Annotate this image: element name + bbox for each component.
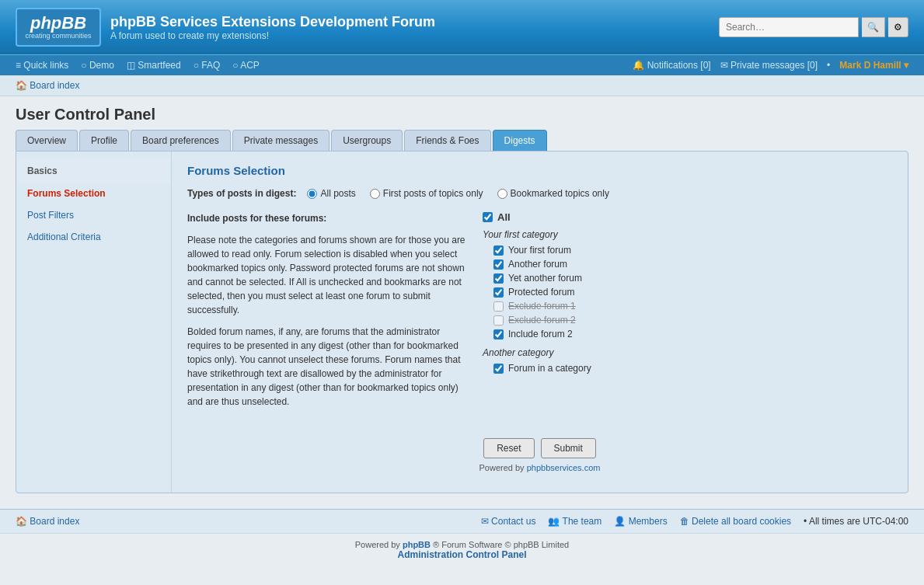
site-title: phpBB Services Extensions Development Fo… [110,14,435,41]
nav-quicklinks[interactable]: ≡ Quick links [16,60,68,71]
checkbox-exclude-forum-1[interactable] [493,301,504,312]
description-p2: Bolded forum names, if any, are forums t… [187,325,467,409]
footer-links: ✉ Contact us 👥 The team 👤 Members 🗑 Dele… [481,516,908,527]
footer-contact-us[interactable]: ✉ Contact us [481,516,536,527]
radio-bookmarked-input[interactable] [497,189,507,199]
footer-nav: 🏠 Board index ✉ Contact us 👥 The team 👤 … [0,509,924,533]
forum-item-exclude-forum-2: Exclude forum 2 [483,313,892,327]
home-icon: 🏠 [16,80,27,91]
checkbox-forum-in-category[interactable] [493,364,504,374]
tab-board-preferences[interactable]: Board preferences [131,130,231,151]
breadcrumb: 🏠 Board index [0,75,924,96]
checkbox-yet-another-forum[interactable] [493,273,504,284]
forum-item-your-first-forum: Your first forum [483,243,892,257]
tabs-bar: Overview Profile Board preferences Priva… [0,130,924,151]
admin-control-panel-link[interactable]: Administration Control Panel [397,549,526,560]
powered-by-inner: Powered by phpbbservices.com [187,458,892,480]
logo-sub: creating communities [25,33,92,40]
radio-first-posts[interactable]: First posts of topics only [370,188,483,199]
footer-members[interactable]: 👤 Members [614,516,667,527]
search-area: 🔍 ⚙ [719,17,908,37]
main-container: Basics Forums Selection Post Filters Add… [16,151,908,493]
radio-all-posts[interactable]: All posts [307,188,355,199]
nav-acp[interactable]: ○ ACP [232,60,260,71]
sidebar-basics-title: Basics [16,159,171,183]
logo: phpBB creating communities [16,8,101,47]
nav-username[interactable]: Mark D Hamill ▾ [839,60,908,71]
nav-notifications[interactable]: 🔔 Notifications [0] [633,60,710,71]
radio-first-posts-input[interactable] [370,189,380,199]
tab-private-messages[interactable]: Private messages [232,130,330,151]
post-types-row: Types of posts in digest: All posts Firs… [187,188,892,199]
footer-bottom: Powered by phpBB ® Forum Software © phpB… [0,533,924,566]
category-1-label: Your first category [483,229,892,240]
phpbbservices-link[interactable]: phpbbservices.com [527,463,601,472]
tab-profile[interactable]: Profile [79,130,129,151]
breadcrumb-board-index[interactable]: Board index [30,80,79,91]
buttons-row: Reset Submit [187,429,892,458]
content-layout: Basics Forums Selection Post Filters Add… [16,151,908,493]
description-p1: Please note the categories and forums sh… [187,233,467,317]
forums-col: All Your first category Your first forum… [483,211,892,416]
sidebar-item-additional-criteria[interactable]: Additional Criteria [16,226,171,248]
all-checkbox[interactable] [483,212,493,222]
sidebar: Basics Forums Selection Post Filters Add… [16,151,172,493]
search-input[interactable] [719,17,859,37]
include-posts-label: Include posts for these forums: [187,211,467,225]
footer-board-index: 🏠 Board index [16,516,79,527]
two-col-layout: Include posts for these forums: Please n… [187,211,892,416]
logo-area: phpBB creating communities phpBB Service… [16,8,435,47]
tab-overview[interactable]: Overview [16,130,78,151]
checkbox-your-first-forum[interactable] [493,245,504,256]
forum-item-forum-in-category: Forum in a category [483,361,892,375]
submit-button[interactable]: Submit [541,438,596,458]
nav-left: ≡ Quick links ○ Demo ◫ Smartfeed ○ FAQ ○… [16,60,260,71]
footer-the-team[interactable]: 👥 The team [548,516,601,527]
radio-all-posts-input[interactable] [307,189,317,199]
checkbox-include-forum-2[interactable] [493,329,504,340]
site-tagline: A forum used to create my extensions! [110,30,435,41]
all-label: All [497,211,511,223]
nav-right: 🔔 Notifications [0] ✉ Private messages [… [633,60,908,71]
search-button[interactable]: 🔍 [862,17,885,37]
checkbox-exclude-forum-2[interactable] [493,315,504,326]
site-name: phpBB Services Extensions Development Fo… [110,14,435,30]
nav-demo[interactable]: ○ Demo [81,60,114,71]
sidebar-item-post-filters[interactable]: Post Filters [16,204,171,226]
nav-private-messages[interactable]: ✉ Private messages [0] [720,60,818,71]
advanced-search-button[interactable]: ⚙ [888,17,908,37]
forums-selection-heading: Forums Selection [187,164,892,177]
category-2-label: Another category [483,347,892,358]
radio-bookmarked[interactable]: Bookmarked topics only [497,188,609,199]
checkbox-another-forum[interactable] [493,259,504,270]
tab-friends-foes[interactable]: Friends & Foes [404,130,490,151]
forum-item-another-forum: Another forum [483,257,892,271]
tab-digests[interactable]: Digests [493,130,547,151]
footer-delete-cookies[interactable]: 🗑 Delete all board cookies [680,516,791,527]
reset-button[interactable]: Reset [483,438,534,458]
tab-usergroups[interactable]: Usergroups [331,130,403,151]
all-checkbox-row: All [483,211,892,223]
nav-smartfeed[interactable]: ◫ Smartfeed [127,60,181,71]
forum-item-protected-forum: Protected forum [483,285,892,299]
forum-content: Forums Selection Types of posts in diges… [172,151,908,493]
footer-times: • All times are UTC-04:00 [804,516,908,527]
footer-board-index-link[interactable]: Board index [30,516,79,527]
home-icon-footer: 🏠 [16,516,27,527]
post-types-label: Types of posts in digest: [187,188,296,199]
forum-item-include-forum-2: Include forum 2 [483,327,892,341]
forum-item-exclude-forum-1: Exclude forum 1 [483,299,892,313]
navbar: ≡ Quick links ○ Demo ◫ Smartfeed ○ FAQ ○… [0,54,924,75]
checkbox-protected-forum[interactable] [493,287,504,298]
page-title: User Control Panel [16,106,908,124]
nav-faq[interactable]: ○ FAQ [194,60,221,71]
phpbb-link[interactable]: phpBB [403,540,431,549]
header: phpBB creating communities phpBB Service… [0,0,924,54]
page-title-area: User Control Panel [0,96,924,130]
sidebar-item-forums-selection[interactable]: Forums Selection [16,183,171,204]
description-col: Include posts for these forums: Please n… [187,211,467,416]
forum-item-yet-another-forum: Yet another forum [483,271,892,285]
